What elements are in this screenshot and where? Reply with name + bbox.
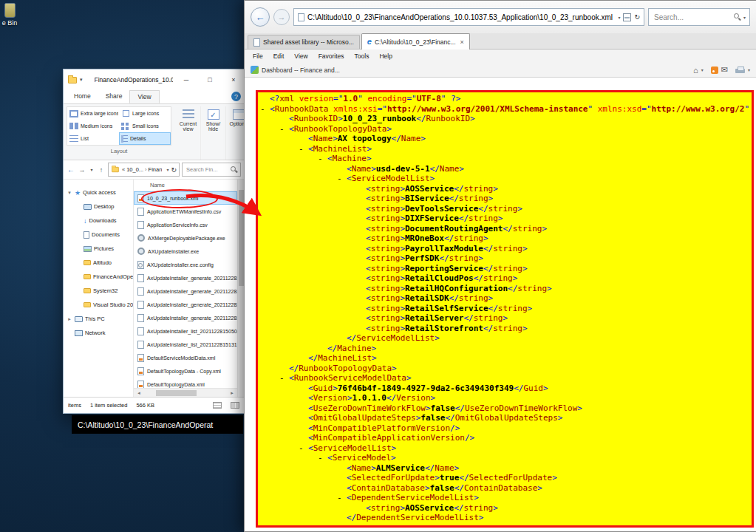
collapse-marker[interactable]: - [318, 453, 327, 463]
chevron-icon[interactable]: ▾ [67, 190, 72, 196]
menu-file[interactable]: File [248, 51, 268, 61]
compatibility-view-icon[interactable] [623, 13, 631, 21]
large-icons-view-icon[interactable] [231, 402, 239, 409]
browser-forward-button[interactable]: → [273, 9, 290, 25]
address-dropdown-icon[interactable]: ▾ [166, 167, 168, 172]
up-button[interactable]: ↑ [97, 166, 106, 174]
collapse-marker[interactable]: - [299, 144, 308, 154]
tab-close-icon[interactable]: × [460, 38, 464, 46]
sidebar-item-altitudo[interactable]: Altitudo [64, 256, 133, 270]
collapse-marker[interactable]: - [279, 373, 289, 383]
home-dropdown-icon[interactable]: ▾ [701, 67, 704, 72]
file-row[interactable]: AxUpdateInstaller_list_2021122815131780.… [134, 338, 237, 351]
ribbon-tab-share[interactable]: Share [98, 90, 130, 103]
file-row[interactable]: AXMergeDeployablePackage.exe [134, 231, 237, 245]
collapse-marker[interactable]: - [260, 104, 270, 115]
explorer-search-input[interactable] [185, 166, 229, 174]
menu-favorites[interactable]: Favorites [313, 51, 350, 61]
breadcrumb-item[interactable]: FinanceA... [149, 166, 163, 173]
file-row[interactable]: AxUpdateInstaller_generate_20211228154..… [134, 298, 237, 311]
search-dropdown-icon[interactable]: ▾ [743, 15, 746, 20]
scrollbar-thumb[interactable] [156, 390, 197, 396]
file-row[interactable]: AxUpdateInstaller_generate_20211228154..… [134, 284, 237, 298]
menu-view[interactable]: View [289, 51, 313, 61]
close-button[interactable]: × [223, 70, 244, 89]
rss-feed-icon[interactable] [711, 66, 718, 74]
file-row[interactable]: AxUpdateInstaller_generate_20211228154..… [134, 311, 237, 324]
browser-tab[interactable]: eC:\Altitudo\10_0_23\Financ...× [361, 33, 470, 50]
print-dropdown-icon[interactable]: ▾ [748, 67, 750, 72]
sidebar-item-label: Documents [92, 231, 120, 238]
ribbon-tab-view[interactable]: View [129, 90, 159, 103]
forward-button[interactable]: → [78, 166, 86, 174]
sidebar-item-desktop[interactable]: Desktop [64, 200, 133, 214]
details-view-icon[interactable] [213, 402, 222, 409]
ribbon-group-current-view[interactable]: Current view [176, 106, 201, 160]
doc-file-icon [137, 341, 144, 349]
collapse-marker[interactable]: - [299, 443, 308, 454]
collapse-marker[interactable]: - [337, 493, 347, 503]
print-icon[interactable] [735, 66, 745, 74]
collapse-marker[interactable]: - [279, 124, 289, 134]
help-icon[interactable]: ? [231, 92, 241, 101]
sidebar-item-financeandoperati[interactable]: FinanceAndOperati [64, 270, 133, 284]
chevron-icon[interactable]: ▸ [67, 316, 72, 322]
address-box[interactable]: «10_0...›FinanceA... ▾ ↻ [108, 163, 180, 177]
read-mail-icon[interactable]: ✉ [721, 65, 728, 75]
file-row[interactable]: AXUpdateInstaller.exe [134, 245, 237, 258]
recycle-bin[interactable]: e Bin [0, 3, 25, 27]
layout-option-extra-large-icons[interactable]: Extra large icons [67, 107, 119, 120]
sidebar-item-pictures[interactable]: Pictures [64, 242, 133, 256]
browser-back-button[interactable]: ← [251, 7, 270, 27]
sidebar-item-quick-access[interactable]: ▾Quick access [64, 185, 133, 200]
browser-refresh-icon[interactable]: ↻ [634, 13, 640, 21]
sidebar-item-downloads[interactable]: Downloads [64, 214, 133, 228]
sidebar-item-this-pc[interactable]: ▸This PC [64, 312, 133, 326]
layout-option-large-icons[interactable]: Large icons [119, 107, 171, 120]
breadcrumb-item[interactable]: 10_0... [126, 166, 143, 173]
file-row[interactable]: AXUpdateInstaller.exe.config [134, 258, 237, 271]
browser-search-input[interactable] [653, 13, 732, 22]
refresh-icon[interactable]: ↻ [171, 166, 177, 174]
file-row[interactable]: AxUpdateInstaller_generate_20211228153..… [134, 271, 237, 284]
xml-line: -<RunbookData xmlns:xsi="http://www.w3.o… [258, 104, 752, 115]
browser-tab[interactable]: Shared asset library -- Microso... [248, 35, 360, 49]
layout-option-small-icons[interactable]: Small icons [119, 120, 171, 132]
ie-logo-icon: e [367, 38, 372, 46]
quick-access-toolbar-icon[interactable]: ▾ [80, 77, 83, 83]
sidebar-item-system32[interactable]: System32 [64, 284, 133, 298]
browser-address-bar[interactable]: C:\Altitudo\10_0_23\FinanceAndOperations… [293, 8, 644, 26]
layout-option-medium-icons[interactable]: Medium icons [67, 120, 119, 132]
collapse-marker[interactable]: - [318, 154, 327, 164]
sidebar-item-documents[interactable]: Documents [64, 228, 133, 242]
menu-edit[interactable]: Edit [268, 51, 290, 61]
file-row[interactable]: DefaultTopologyData - Copy.xml [134, 364, 237, 378]
sidebar-item-network[interactable]: Network [64, 326, 133, 340]
horizontal-scrollbar[interactable]: ◂ ▸ [134, 388, 237, 397]
layout-option-details[interactable]: Details [119, 132, 171, 145]
ribbon-group-show-hide[interactable]: Show/ hide [201, 106, 226, 160]
layout-option-list[interactable]: List [67, 132, 119, 145]
file-row[interactable]: DefaultTopologyData.xml [134, 378, 237, 388]
address-dropdown-icon[interactable]: ▾ [618, 15, 620, 20]
favorites-link[interactable]: Dashboard -- Finance and... [262, 66, 340, 74]
file-row[interactable]: AxUpdateInstaller_list_2021122815050249.… [134, 324, 237, 338]
explorer-titlebar[interactable]: ▾ FinanceAndOperations_10.0.1037.5... ─ … [64, 69, 244, 89]
file-row[interactable]: DefaultServiceModelData.xml [134, 351, 237, 364]
recent-locations-dropdown-icon[interactable]: ▾ [89, 167, 95, 172]
home-icon[interactable]: ⌂ [693, 66, 698, 75]
explorer-search-box[interactable] [182, 163, 241, 177]
xml-line: </ServiceModelList> [258, 333, 752, 344]
collapse-marker[interactable]: - [337, 174, 347, 184]
ribbon-groups: Current viewShow/ hideOptions [176, 106, 251, 160]
sidebar-item-visual-studio-2019[interactable]: Visual Studio 2019 [64, 298, 133, 312]
back-button[interactable]: ← [67, 166, 75, 174]
browser-search-box[interactable]: ▾ [648, 8, 750, 26]
menu-help[interactable]: Help [374, 51, 397, 61]
scroll-right-icon[interactable]: ▸ [228, 390, 236, 396]
scroll-left-icon[interactable]: ◂ [135, 390, 143, 396]
menu-tools[interactable]: Tools [350, 51, 375, 61]
maximize-button[interactable]: □ [200, 70, 220, 89]
ribbon-tab-home[interactable]: Home [67, 90, 98, 103]
minimize-button[interactable]: ─ [176, 70, 197, 89]
